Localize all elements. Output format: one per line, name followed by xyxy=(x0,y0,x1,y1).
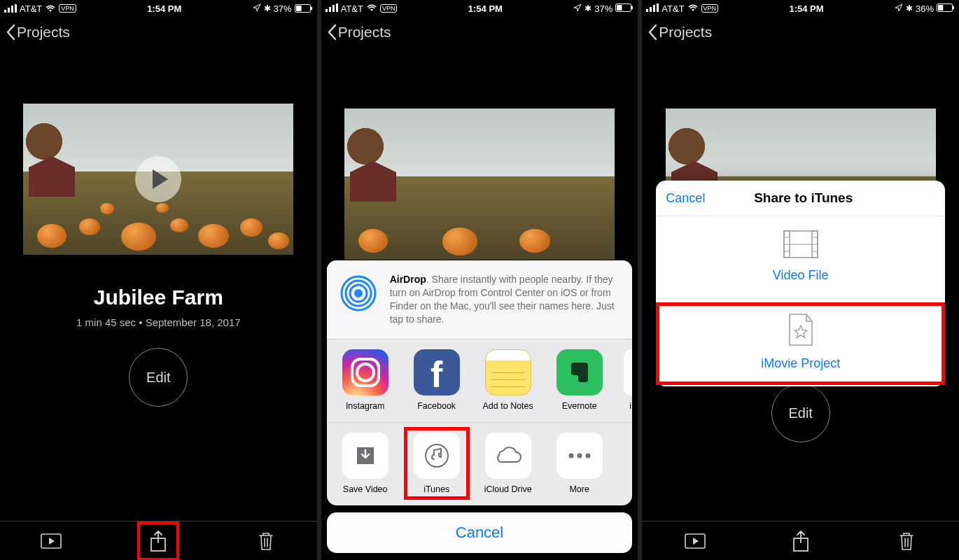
svg-rect-30 xyxy=(938,5,943,10)
battery-icon xyxy=(937,4,955,14)
location-icon xyxy=(253,4,261,14)
itunes-icon xyxy=(414,433,460,479)
share-app-evernote[interactable]: Evernote xyxy=(552,349,607,411)
status-bar: AT&T VPN 1:54 PM ✱ 37% xyxy=(0,0,317,15)
share-cancel-button[interactable]: Cancel xyxy=(327,512,633,553)
battery-percent: 37% xyxy=(594,4,612,14)
icloud-icon xyxy=(485,433,531,479)
svg-rect-25 xyxy=(646,9,648,12)
play-fullscreen-button[interactable] xyxy=(37,527,65,555)
share-sheet: AirDrop. Share instantly with people nea… xyxy=(327,260,633,553)
vpn-badge: VPN xyxy=(59,4,76,13)
trash-button[interactable] xyxy=(252,527,280,555)
back-button[interactable]: Projects xyxy=(327,24,391,41)
status-bar: AT&T VPN 1:54 PM ✱ 37% xyxy=(321,0,638,15)
battery-percent: 36% xyxy=(916,4,934,14)
share-app-overflow[interactable]: i xyxy=(624,349,633,411)
play-fullscreen-button[interactable] xyxy=(681,527,709,555)
save-video-icon xyxy=(342,433,388,479)
nav-bar: Projects xyxy=(642,15,959,49)
edit-button[interactable]: Edit xyxy=(771,384,830,442)
back-button[interactable]: Projects xyxy=(6,24,70,41)
edit-label: Edit xyxy=(788,405,812,421)
facebook-icon: f xyxy=(414,349,460,396)
trash-button[interactable] xyxy=(892,527,920,555)
back-button[interactable]: Projects xyxy=(648,24,712,41)
app-label: Instagram xyxy=(346,401,385,411)
action-itunes[interactable]: iTunes xyxy=(410,433,464,494)
action-label: iTunes xyxy=(424,484,449,494)
airdrop-section[interactable]: AirDrop. Share instantly with people nea… xyxy=(327,260,633,340)
wifi-icon xyxy=(687,4,699,14)
svg-rect-3 xyxy=(15,4,17,13)
airdrop-icon xyxy=(338,273,379,314)
share-button[interactable] xyxy=(787,527,815,555)
airdrop-text: AirDrop. Share instantly with people nea… xyxy=(390,273,622,326)
signal-icon xyxy=(646,4,659,14)
app-label: Add to Notes xyxy=(483,401,533,411)
partial-app-icon xyxy=(624,349,633,396)
action-more[interactable]: More xyxy=(552,433,607,494)
action-icloud-drive[interactable]: iCloud Drive xyxy=(481,433,536,494)
app-label: Evernote xyxy=(562,401,597,411)
svg-rect-10 xyxy=(329,7,331,12)
app-label: i xyxy=(629,401,631,411)
bluetooth-icon: ✱ xyxy=(584,4,592,13)
svg-point-21 xyxy=(426,444,448,467)
svg-rect-9 xyxy=(326,9,328,12)
battery-percent: 37% xyxy=(274,4,292,14)
signal-icon xyxy=(4,4,17,13)
carrier-label: AT&T xyxy=(662,4,684,14)
screen-share-sheet: AT&T VPN 1:54 PM ✱ 37% Projects xyxy=(321,0,638,560)
nav-bar: Projects xyxy=(0,15,317,49)
svg-point-23 xyxy=(577,454,582,458)
vpn-badge: VPN xyxy=(380,4,398,13)
wifi-icon xyxy=(366,4,377,14)
svg-rect-15 xyxy=(631,6,633,9)
share-app-notes[interactable]: Add to Notes xyxy=(481,349,536,411)
share-app-facebook[interactable]: f Facebook xyxy=(410,349,464,411)
back-label: Projects xyxy=(338,24,391,41)
battery-icon xyxy=(295,4,313,13)
svg-point-22 xyxy=(568,454,573,458)
project-title: Jubilee Farm xyxy=(94,286,223,309)
location-icon xyxy=(573,4,582,14)
svg-point-24 xyxy=(585,454,590,458)
action-save-video[interactable]: Save Video xyxy=(338,433,393,494)
edit-button[interactable]: Edit xyxy=(129,348,188,407)
nav-bar: Projects xyxy=(321,15,638,49)
notes-icon xyxy=(485,349,531,396)
action-label: Save Video xyxy=(343,484,388,494)
instagram-icon xyxy=(342,349,388,396)
bottom-toolbar xyxy=(0,521,317,560)
action-label: More xyxy=(569,484,589,494)
status-time: 1:54 PM xyxy=(468,4,503,14)
svg-rect-1 xyxy=(8,8,10,13)
vpn-badge: VPN xyxy=(701,4,719,13)
option-label: iMovie Project xyxy=(761,356,840,371)
bluetooth-icon: ✱ xyxy=(264,4,271,13)
screen-share-to-itunes: AT&T VPN 1:54 PM ✱ 36% Projects Edit Can… xyxy=(642,0,959,560)
evernote-icon xyxy=(556,349,603,396)
svg-rect-0 xyxy=(4,10,6,13)
svg-rect-31 xyxy=(953,6,954,9)
svg-rect-12 xyxy=(336,4,338,12)
more-icon xyxy=(556,433,603,479)
wifi-icon xyxy=(45,4,56,13)
carrier-label: AT&T xyxy=(20,4,42,14)
share-actions-row: Save Video iTunes iCloud Drive xyxy=(327,422,633,505)
play-icon[interactable] xyxy=(135,156,181,202)
battery-icon xyxy=(615,4,634,14)
back-label: Projects xyxy=(17,24,70,41)
share-button[interactable] xyxy=(139,523,178,559)
share-app-instagram[interactable]: Instagram xyxy=(338,349,393,411)
popover-title: Share to iTunes xyxy=(671,190,935,206)
svg-rect-14 xyxy=(617,5,622,10)
status-bar: AT&T VPN 1:54 PM ✱ 36% xyxy=(642,0,959,15)
option-imovie-project[interactable]: iMovie Project xyxy=(656,299,945,386)
svg-rect-5 xyxy=(296,6,302,11)
status-time: 1:54 PM xyxy=(789,4,823,14)
option-video-file[interactable]: Video File xyxy=(656,216,945,299)
project-thumbnail[interactable] xyxy=(23,104,293,255)
svg-point-16 xyxy=(354,289,363,298)
